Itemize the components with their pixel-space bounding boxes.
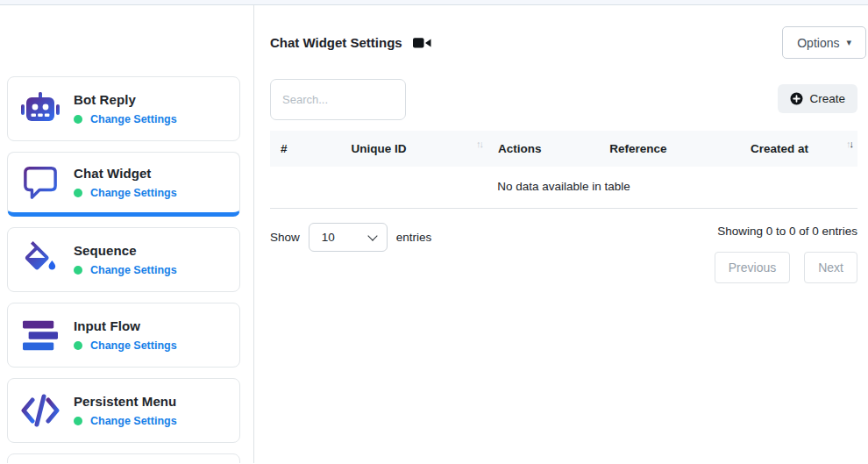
sidebar-item-label: Sequence [74,243,177,258]
column-header-index[interactable]: # [270,131,340,167]
robot-icon [20,91,60,126]
chat-bubble-icon [20,165,60,200]
video-camera-icon [413,37,431,49]
change-settings-link[interactable]: Change Settings [90,339,177,352]
data-table: # Unique ID ↑↓ Actions Reference [270,131,857,209]
sidebar-item-input-flow[interactable]: Input Flow Change Settings [7,303,240,368]
table-header-row: # Unique ID ↑↓ Actions Reference [270,131,857,167]
column-header-created-at[interactable]: Created at ↑↓ [740,131,857,167]
change-settings-link[interactable]: Change Settings [90,264,177,276]
entries-label: entries [396,231,432,244]
next-button[interactable]: Next [804,252,857,283]
entries-summary: Showing 0 to 0 of 0 entries [717,225,857,238]
sidebar-item-sequence[interactable]: Sequence Change Settings [7,227,240,292]
empty-message: No data available in table [270,167,857,209]
column-header-unique-id[interactable]: Unique ID ↑↓ [340,131,487,167]
code-icon [20,393,60,428]
sidebar-item-label: Persistent Menu [74,394,177,409]
status-dot [74,417,82,425]
sidebar-item-label: Chat Widget [74,166,177,181]
page-size-select[interactable]: 10 [309,223,388,252]
sidebar-item-bot-reply[interactable]: Bot Reply Change Settings [7,76,240,141]
options-button[interactable]: Options ▾ [782,26,866,59]
status-dot [74,266,82,275]
change-settings-link[interactable]: Change Settings [90,415,177,427]
settings-sidebar: Bot Reply Change Settings [0,5,254,463]
create-button[interactable]: Create [778,84,857,113]
sidebar-item-label: Bot Reply [74,92,177,107]
sort-icon[interactable]: ↑↓ [846,139,852,149]
empty-row: No data available in table [270,167,857,209]
status-dot [74,341,82,350]
previous-button[interactable]: Previous [715,252,790,283]
list-bars-icon [20,318,60,353]
app-window: Bot Reply Change Settings [0,0,868,464]
plus-circle-icon [790,92,803,105]
sidebar-item-persistent-menu[interactable]: Persistent Menu Change Settings [7,378,240,443]
caret-down-icon: ▾ [846,38,851,47]
change-settings-link[interactable]: Change Settings [90,113,177,125]
logo-area [0,5,253,76]
status-dot [74,189,82,197]
main-content: Chat Widget Settings Options ▾ [254,5,868,463]
sort-icon[interactable]: ↑↓ [476,139,482,149]
sidebar-item-label: Input Flow [74,318,177,333]
sidebar-item-partial[interactable] [7,453,240,463]
page-title: Chat Widget Settings [270,35,402,50]
sidebar-item-chat-widget[interactable]: Chat Widget Change Settings [7,152,240,217]
column-header-actions[interactable]: Actions [487,131,599,167]
paint-bucket-icon [20,241,60,278]
column-header-reference[interactable]: Reference [599,131,740,167]
show-label: Show [270,231,300,244]
search-input[interactable] [270,79,406,120]
status-dot [74,115,82,124]
change-settings-link[interactable]: Change Settings [90,187,177,199]
